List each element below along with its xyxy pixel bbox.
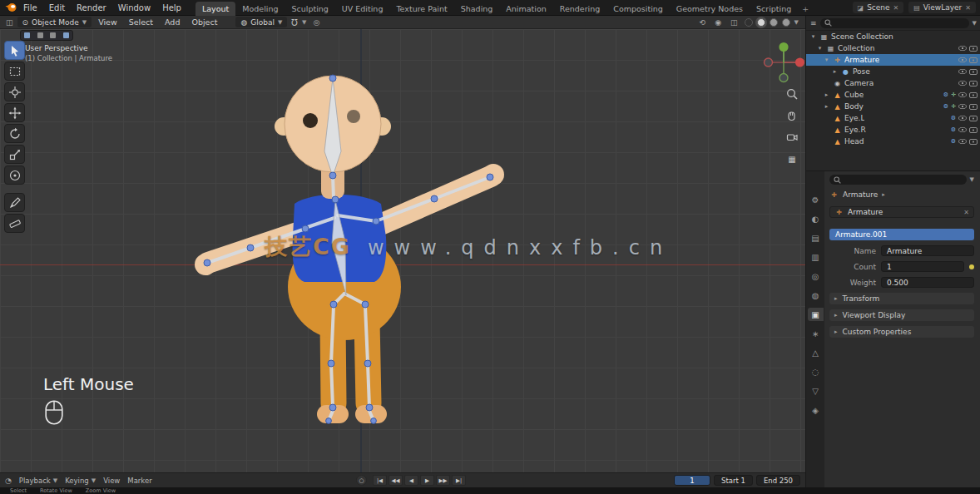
section-custom-properties[interactable]: ▸ Custom Properties (829, 326, 974, 338)
show-gizmo-icon[interactable]: ⟲ (697, 18, 709, 27)
xray-toggle-icon[interactable]: ◫ (728, 18, 740, 27)
camera-view-icon[interactable] (785, 131, 799, 144)
tab-physics[interactable]: △ (808, 346, 824, 359)
shading-rendered-icon[interactable] (782, 18, 790, 27)
hide-viewport-toggle[interactable] (958, 81, 967, 86)
unlink-datablock-icon[interactable]: ✕ (963, 209, 969, 216)
disable-render-toggle[interactable] (969, 127, 978, 133)
outliner-search-input[interactable] (820, 18, 969, 28)
tab-object-data[interactable]: ▽ (808, 384, 824, 398)
next-keyframe-button[interactable]: ▶▶ (436, 475, 450, 486)
hide-viewport-toggle[interactable] (958, 69, 967, 74)
jump-to-end-button[interactable]: ▶| (452, 475, 466, 486)
disable-render-toggle[interactable] (969, 57, 978, 63)
disable-render-toggle[interactable] (969, 139, 978, 145)
show-overlays-icon[interactable]: ◉ (712, 18, 724, 27)
add-workspace-button[interactable]: + (798, 2, 813, 16)
disable-render-toggle[interactable] (969, 104, 978, 110)
tab-shading[interactable]: Shading (454, 2, 500, 16)
prev-keyframe-button[interactable]: ◀◀ (389, 475, 403, 486)
properties-search-input[interactable] (829, 175, 967, 185)
scale-tool[interactable] (4, 145, 25, 164)
outliner-row-eye-l[interactable]: ▲ Eye.L ⚙ (806, 112, 980, 124)
menu-view[interactable]: View (103, 477, 120, 485)
disclosure-triangle[interactable]: ▸ (823, 103, 830, 110)
outliner-row-armature[interactable]: ▾ ✛ Armature (806, 54, 980, 66)
tab-view-layer[interactable]: ▥ (808, 250, 824, 264)
menu-file[interactable]: File (17, 2, 43, 13)
hide-viewport-toggle[interactable] (958, 127, 967, 132)
disclosure-triangle[interactable]: ▾ (809, 33, 817, 40)
snap-dropdown-icon[interactable]: ▼ (302, 19, 306, 26)
current-frame-field[interactable]: 1 (674, 475, 710, 486)
hide-viewport-toggle[interactable] (958, 139, 967, 144)
measure-tool[interactable] (4, 214, 25, 233)
jump-to-start-button[interactable]: |◀ (373, 475, 387, 486)
hide-viewport-toggle[interactable] (958, 92, 967, 97)
keyframe-dot-icon[interactable] (969, 264, 974, 269)
hide-viewport-toggle[interactable] (958, 104, 967, 109)
breadcrumb-object[interactable]: Armature (843, 190, 878, 199)
shading-dropdown-icon[interactable]: ▼ (794, 19, 799, 26)
count-field[interactable]: 1 (881, 261, 964, 272)
pan-hand-icon[interactable] (785, 109, 799, 122)
viewport-mini-toolbar[interactable] (20, 30, 73, 41)
navigation-gizmo[interactable] (762, 41, 805, 84)
zoom-icon[interactable] (785, 87, 799, 101)
scene-selector[interactable]: ◪ Scene ✕ (853, 2, 904, 13)
menu-help[interactable]: Help (156, 2, 187, 13)
disable-render-toggle[interactable] (969, 69, 978, 75)
datablock-selector[interactable]: ✛ Armature ✕ (829, 206, 974, 218)
name-field[interactable]: Armature (881, 245, 974, 256)
menu-object[interactable]: Object (186, 17, 222, 27)
menu-window[interactable]: Window (112, 2, 156, 13)
disclosure-triangle[interactable]: ▾ (816, 45, 824, 52)
play-button[interactable]: ▶ (420, 475, 434, 486)
disclosure-triangle[interactable]: ▸ (831, 68, 839, 75)
3d-viewport[interactable]: User Perspective (1) Collection | Armatu… (0, 29, 805, 472)
hide-viewport-toggle[interactable] (958, 57, 967, 62)
transform-tool[interactable] (4, 165, 25, 185)
disable-render-toggle[interactable] (969, 46, 978, 52)
tab-scripting[interactable]: Scripting (750, 2, 798, 16)
outliner-row-eye-r[interactable]: ▲ Eye.R ⚙ (806, 124, 980, 136)
tab-object[interactable]: ▣ (808, 308, 824, 321)
tab-render[interactable]: ◐ (808, 212, 824, 225)
tab-rendering[interactable]: Rendering (553, 2, 607, 16)
menu-playback[interactable]: Playback▼ (19, 477, 57, 485)
outliner-row-pose[interactable]: ▸ ● Pose (806, 66, 980, 77)
outliner-row-scene-collection[interactable]: ▾ ▦ Scene Collection (806, 31, 980, 42)
viewlayer-unlink-icon[interactable]: ✕ (965, 4, 971, 12)
outliner-row-body[interactable]: ▸ ▲ Body ⚙ ✛ (806, 101, 980, 112)
toggle-perspective-icon[interactable]: ▦ (785, 152, 799, 165)
menu-select[interactable]: Select (124, 17, 158, 27)
scene-unlink-icon[interactable]: ✕ (893, 4, 899, 12)
tab-material[interactable]: ◈ (808, 403, 824, 417)
disable-render-toggle[interactable] (969, 116, 978, 121)
play-reverse-button[interactable]: ◀ (404, 475, 418, 486)
menu-add[interactable]: Add (160, 17, 185, 27)
tab-animation[interactable]: Animation (499, 2, 552, 16)
weight-field[interactable]: 0.500 (881, 277, 974, 288)
name-input[interactable]: Armature.001 (829, 229, 974, 240)
menu-edit[interactable]: Edit (43, 2, 71, 13)
tab-modeling[interactable]: Modeling (235, 2, 285, 16)
tab-compositing[interactable]: Compositing (606, 2, 670, 16)
tab-output[interactable]: ▤ (808, 231, 824, 245)
tab-scene[interactable]: ◎ (808, 269, 824, 283)
auto-keyframe-toggle[interactable]: ○ (356, 475, 367, 486)
outliner-row-camera[interactable]: ◉ Camera (806, 77, 980, 89)
tab-uv-editing[interactable]: UV Editing (335, 2, 390, 16)
filter-icon[interactable]: ▼ (973, 20, 977, 27)
tab-modifiers[interactable]: ∗ (808, 327, 824, 340)
snap-magnet-icon[interactable]: Ω (291, 17, 298, 27)
outliner-editor-icon[interactable]: ≡ (810, 19, 817, 27)
tab-world[interactable]: ◍ (808, 289, 824, 302)
section-viewport-display[interactable]: ▸ Viewport Display (829, 309, 974, 321)
rotate-tool[interactable] (4, 124, 25, 143)
tab-geometry-nodes[interactable]: Geometry Nodes (670, 2, 750, 16)
select-tweak-tool[interactable] (4, 41, 25, 60)
editor-type-icon[interactable]: ◫ (3, 18, 16, 27)
move-tool[interactable] (4, 103, 25, 122)
outliner-row-collection[interactable]: ▾ ▦ Collection (806, 42, 980, 54)
